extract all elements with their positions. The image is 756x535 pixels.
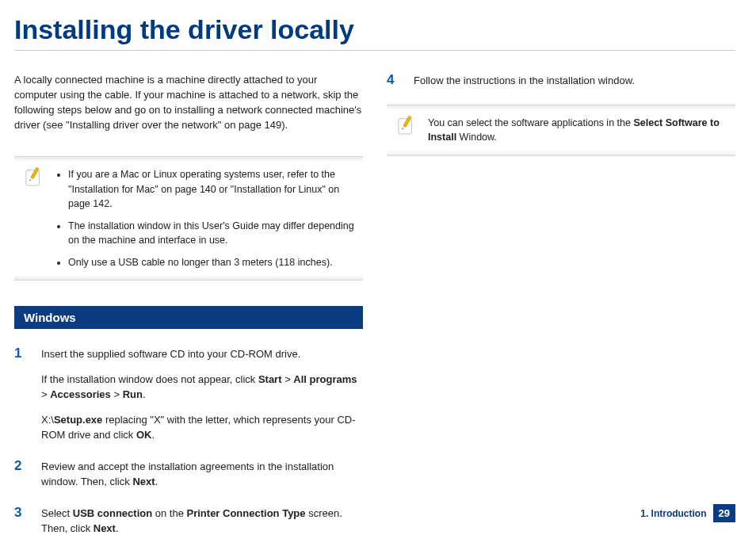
step-number: 2 [14, 459, 41, 490]
right-column: 4 Follow the instructions in the install… [387, 73, 735, 535]
note-item: If you are a Mac or Linux operating syst… [68, 167, 355, 210]
note-text: You can select the software applications… [428, 116, 727, 146]
note-item: The installation window in this User's G… [68, 219, 355, 247]
step-3: 3 Select USB connection on the Printer C… [14, 506, 363, 535]
step-number: 3 [14, 506, 41, 535]
left-column: A locally connected machine is a machine… [14, 73, 363, 535]
note-item: Only use a USB cable no longer than 3 me… [68, 255, 355, 269]
footer-page-number: 29 [713, 504, 735, 522]
step-body: Insert the supplied software CD into you… [41, 346, 363, 443]
step-number: 1 [14, 346, 41, 443]
footer-chapter: 1. Introduction [640, 508, 706, 519]
step-body: Select USB connection on the Printer Con… [41, 506, 363, 535]
step-text: Follow the instructions in the installat… [414, 73, 735, 89]
section-heading-windows: Windows [14, 306, 363, 329]
note-box-2: You can select the software applications… [387, 105, 735, 157]
intro-paragraph: A locally connected machine is a machine… [14, 73, 363, 132]
step-2: 2 Review and accept the installation agr… [14, 459, 363, 490]
step-text: X:\Setup.exe replacing "X" with the lett… [41, 412, 363, 443]
step-body: Review and accept the installation agree… [41, 459, 363, 490]
note-list: If you are a Mac or Linux operating syst… [55, 167, 355, 269]
step-text: Select USB connection on the Printer Con… [41, 506, 363, 535]
content-columns: A locally connected machine is a machine… [14, 73, 735, 535]
page-title: Installing the driver locally [14, 14, 735, 45]
step-text: Insert the supplied software CD into you… [41, 346, 363, 362]
step-text: If the installation window does not appe… [41, 372, 363, 403]
page-footer: 1. Introduction 29 [640, 504, 735, 522]
pencil-note-icon [398, 116, 415, 135]
step-4: 4 Follow the instructions in the install… [387, 73, 735, 89]
step-1: 1 Insert the supplied software CD into y… [14, 346, 363, 443]
title-rule [14, 50, 735, 51]
step-number: 4 [387, 73, 414, 89]
pencil-note-icon [25, 167, 43, 186]
step-text: Review and accept the installation agree… [41, 459, 363, 490]
step-body: Follow the instructions in the installat… [414, 73, 735, 89]
note-box-1: If you are a Mac or Linux operating syst… [14, 156, 363, 281]
